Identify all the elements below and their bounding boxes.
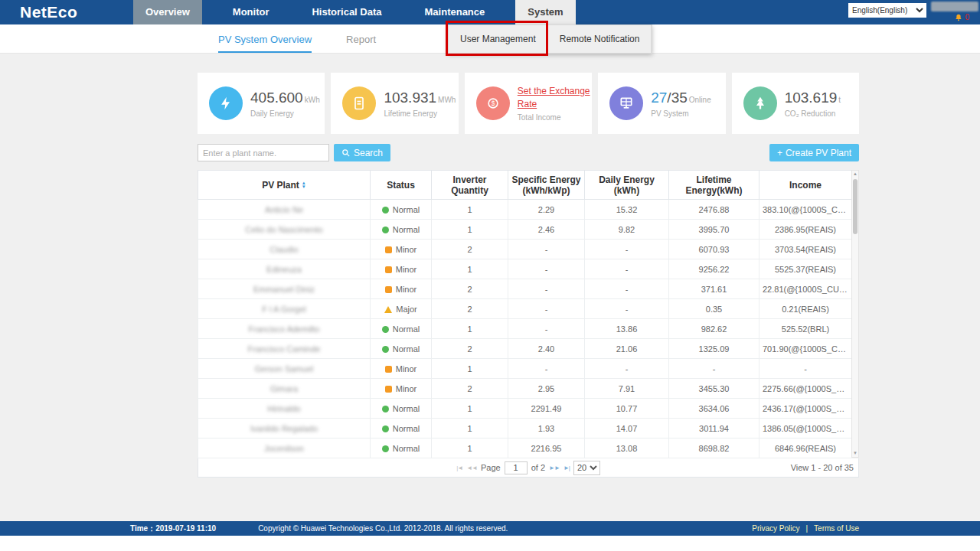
table-row[interactable]: EdineuzaMinor1--9256.225525.37(REAIS) [198, 259, 852, 279]
plant-name-link[interactable]: Ivanildo Regalado [250, 424, 318, 433]
first-page-button[interactable]: |◄ [456, 465, 462, 471]
main-nav: OverviewMonitorHistorical DataMaintenanc… [133, 0, 576, 24]
page-input[interactable] [505, 461, 528, 474]
daily-energy-cell: - [585, 259, 669, 279]
footer-separator: | [805, 524, 808, 533]
set-exchange-rate-link[interactable]: Set the Exchange Rate [518, 85, 600, 109]
table-row[interactable]: JocenilsonNormal12216.9513.088698.826846… [198, 439, 852, 458]
footer: Time：2019-07-19 11:10 Copyright © Huawei… [0, 521, 980, 536]
status-label: Minor [396, 384, 417, 393]
table-row[interactable]: Ivanildo RegaladoNormal11.9314.073011.94… [198, 419, 852, 439]
status-label: Normal [393, 404, 420, 413]
language-select[interactable]: English(English) [848, 3, 926, 18]
specific-energy-cell: - [508, 240, 585, 259]
scrollbar-thumb[interactable] [853, 179, 858, 234]
tab-pv-system-overview[interactable]: PV System Overview [218, 34, 312, 53]
lightning-icon [209, 86, 243, 120]
search-button-label: Search [354, 148, 383, 158]
view-range-label: View 1 - 20 of 35 [791, 463, 854, 472]
page-size-select[interactable]: 20 [573, 461, 600, 475]
table-row[interactable]: HirinaldoNormal12291.4910.773634.062436.… [198, 399, 852, 419]
table-row[interactable]: Francisco CamindeNormal22.4021.061325.09… [198, 339, 852, 359]
status-label: Normal [393, 444, 420, 453]
status-cell: Normal [371, 200, 432, 220]
nav-item-system[interactable]: System [515, 0, 575, 24]
lifetime-energy-cell: 6070.93 [669, 240, 760, 259]
income-cell: 2386.95(REAIS) [760, 220, 852, 240]
plant-name-link[interactable]: Hirinaldo [267, 404, 300, 413]
last-page-button[interactable]: ►| [564, 465, 570, 471]
status-label: Minor [396, 265, 417, 274]
inverter-quantity-cell: 2 [432, 339, 508, 359]
table-row[interactable]: Anticio NeNormal12.2915.322476.88383.10(… [198, 200, 852, 220]
menu-item-user-management[interactable]: User Management [449, 25, 548, 53]
status-cell: Minor [371, 259, 432, 279]
nav-item-overview[interactable]: Overview [133, 0, 202, 24]
inverter-quantity-cell: 1 [432, 319, 508, 339]
table-row[interactable]: Emmanuel DinizMinor2--371.6122.81(@{1000… [198, 279, 852, 299]
nav-item-monitor[interactable]: Monitor [220, 0, 282, 24]
plant-name-link[interactable]: Claudio [270, 245, 298, 254]
table-scrollbar[interactable]: ▲ ▼ [851, 170, 859, 458]
table-row[interactable]: Celio do NascimentoNormal12.469.823995.7… [198, 220, 852, 240]
pv-plant-cell: Hirinaldo [198, 399, 371, 419]
status-label: Normal [393, 225, 420, 234]
status-label: Normal [393, 424, 420, 433]
status-normal-icon [382, 406, 389, 412]
plant-name-link[interactable]: Anticio Ne [265, 205, 303, 214]
menu-item-remote-notification[interactable]: Remote Notification [548, 25, 652, 53]
scroll-up-icon[interactable]: ▲ [852, 171, 858, 178]
plant-name-link[interactable]: F l A Gorgel [262, 305, 305, 314]
sort-icon[interactable]: ▲▼ [302, 181, 306, 189]
terms-of-use-link[interactable]: Terms of Use [814, 524, 859, 533]
plant-name-link[interactable]: Francisco Ademilto [249, 324, 320, 334]
create-pv-plant-button[interactable]: + Create PV Plant [769, 144, 859, 161]
table-row[interactable]: ClaudioMinor2--6070.933703.54(REAIS) [198, 240, 852, 259]
nav-item-maintenance[interactable]: Maintenance [413, 0, 498, 24]
status-label: Normal [393, 344, 420, 354]
plant-name-link[interactable]: Emmanuel Diniz [253, 285, 315, 294]
table-row[interactable]: F l A GorgelMajor2--0.350.21(REAIS) [198, 299, 852, 319]
specific-energy-cell: - [508, 259, 585, 279]
privacy-policy-link[interactable]: Privacy Policy [752, 524, 799, 533]
daily-energy-cell: - [585, 359, 669, 379]
user-account-chip[interactable] [931, 2, 978, 11]
plant-name-link[interactable]: Edineuza [266, 265, 302, 274]
nav-item-historical-data[interactable]: Historical Data [299, 0, 394, 24]
status-minor-icon [385, 286, 392, 293]
alarm-indicator[interactable]: 0 [955, 13, 969, 21]
tab-report[interactable]: Report [346, 34, 376, 53]
daily-energy-cell: 13.08 [585, 439, 669, 458]
status-cell: Minor [371, 279, 432, 299]
table-row[interactable]: Gerson SamuelMinor1---- [198, 359, 852, 379]
specific-energy-cell: 2.95 [508, 379, 585, 399]
inverter-quantity-cell: 2 [432, 279, 508, 299]
lifetime-energy-cell: 3995.70 [669, 220, 760, 240]
daily-energy-cell: 10.77 [585, 399, 669, 419]
pv-plant-cell: Emmanuel Diniz [198, 279, 371, 299]
plant-name-link[interactable]: Gerson Samuel [255, 364, 313, 373]
plant-name-link[interactable]: Jocenilson [264, 444, 304, 453]
lifetime-energy-cell: 0.35 [669, 299, 760, 319]
scroll-down-icon[interactable]: ▼ [852, 450, 858, 457]
income-cell: 5525.37(REAIS) [760, 259, 852, 279]
prev-page-button[interactable]: ◄◄ [466, 465, 477, 471]
status-label: Minor [396, 245, 417, 254]
table-header-row: PV Plant▲▼ Status Inverter Quantity Spec… [198, 171, 852, 200]
next-page-button[interactable]: ►► [549, 465, 560, 471]
pv-panel-icon [609, 86, 643, 120]
plant-name-link[interactable]: Francisco Caminde [248, 344, 321, 354]
status-minor-icon [385, 246, 392, 253]
lifetime-energy-cell: 3634.06 [669, 399, 760, 419]
status-label: Minor [396, 285, 417, 294]
col-header-pv-plant[interactable]: PV Plant▲▼ [198, 171, 371, 200]
table-row[interactable]: GimaraMinor22.957.913455.302275.66(@{100… [198, 379, 852, 399]
plant-name-link[interactable]: Celio do Nascimento [245, 225, 323, 234]
system-menu: User ManagementRemote Notification [448, 24, 652, 54]
search-input[interactable] [198, 144, 329, 161]
table-row[interactable]: Francisco AdemiltoNormal1-13.86982.62525… [198, 319, 852, 339]
plant-name-link[interactable]: Gimara [270, 384, 298, 393]
search-icon [341, 148, 351, 158]
search-button[interactable]: Search [334, 144, 390, 161]
daily-energy-cell: - [585, 279, 669, 299]
